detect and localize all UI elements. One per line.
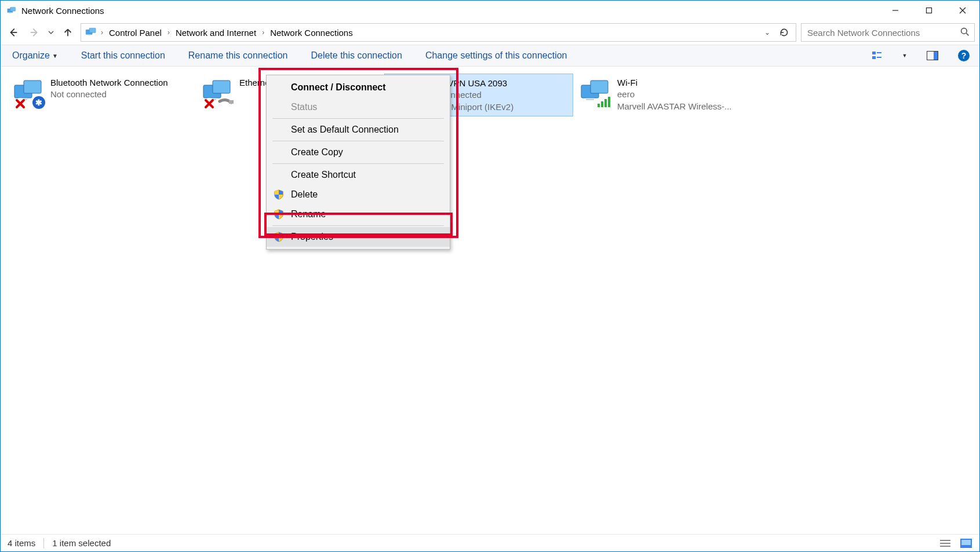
window-frame: Network Connections › Con xyxy=(0,0,980,552)
menu-item-label: Properties xyxy=(291,232,333,242)
nav-recent-button[interactable] xyxy=(47,24,55,41)
svg-rect-14 xyxy=(872,52,876,54)
cmd-delete-connection[interactable]: Delete this connection xyxy=(307,48,405,63)
status-item-count: 4 items xyxy=(8,538,35,548)
breadcrumb-item[interactable]: Network Connections xyxy=(268,27,355,39)
connection-item[interactable]: ✱ Bluetooth Network Connection Not conne… xyxy=(6,74,195,116)
search-icon[interactable] xyxy=(960,27,970,38)
breadcrumb-root-icon xyxy=(85,27,97,39)
nav-back-button[interactable] xyxy=(5,24,21,41)
chevron-right-icon: › xyxy=(167,28,170,36)
item-name: Wi-Fi xyxy=(617,77,732,89)
menu-separator xyxy=(272,163,444,164)
uac-shield-icon xyxy=(272,209,285,220)
nav-bar: › Control Panel › Network and Internet ›… xyxy=(1,20,979,45)
svg-rect-9 xyxy=(927,8,932,13)
help-button[interactable]: ? xyxy=(956,48,971,63)
help-icon: ? xyxy=(958,50,970,61)
cmd-organize[interactable]: Organize ▼ xyxy=(9,48,61,63)
title-bar: Network Connections xyxy=(1,1,979,20)
uac-shield-icon xyxy=(272,232,285,242)
menu-separator xyxy=(272,141,444,141)
cmd-start-connection[interactable]: Start this connection xyxy=(78,48,169,63)
context-menu: Connect / DisconnectStatusSet as Default… xyxy=(266,75,450,250)
nav-up-button[interactable] xyxy=(60,24,76,41)
preview-pane-button[interactable] xyxy=(925,48,940,63)
address-history-chevron[interactable]: ⌄ xyxy=(762,28,773,36)
view-options-chevron[interactable]: ▼ xyxy=(901,48,909,63)
menu-item[interactable]: Set as Default Connection xyxy=(267,120,450,140)
maximize-button[interactable] xyxy=(912,1,946,20)
breadcrumb-item[interactable]: Control Panel xyxy=(107,27,164,39)
close-button[interactable] xyxy=(946,1,979,20)
status-selection: 1 item selected xyxy=(52,538,111,548)
menu-item-label: Create Shortcut xyxy=(291,170,356,180)
items-view: ✱ Bluetooth Network Connection Not conne… xyxy=(1,67,979,123)
app-icon xyxy=(6,5,17,16)
item-device: Marvell AVASTAR Wireless-... xyxy=(617,101,732,112)
svg-rect-22 xyxy=(229,100,234,104)
menu-item[interactable]: Create Shortcut xyxy=(267,165,450,185)
status-bar: 4 items 1 item selected xyxy=(1,534,979,551)
item-status: Not connected xyxy=(50,89,168,100)
uac-shield-icon xyxy=(272,189,285,200)
item-name: Bluetooth Network Connection xyxy=(50,77,168,89)
svg-rect-19 xyxy=(934,52,938,60)
menu-item-label: Status xyxy=(291,102,317,112)
chevron-right-icon: › xyxy=(101,28,103,36)
connection-icon: ✱ xyxy=(11,77,46,109)
large-icons-view-button[interactable] xyxy=(960,538,972,549)
breadcrumb-item[interactable]: Network and Internet xyxy=(173,27,258,39)
content-pane[interactable]: ✱ Bluetooth Network Connection Not conne… xyxy=(1,67,979,534)
menu-item[interactable]: Properties xyxy=(267,227,450,247)
address-bar[interactable]: › Control Panel › Network and Internet ›… xyxy=(81,23,796,42)
cmd-change-settings[interactable]: Change settings of this connection xyxy=(422,48,571,63)
menu-separator xyxy=(272,118,444,119)
svg-rect-15 xyxy=(872,56,876,59)
refresh-button[interactable] xyxy=(776,24,792,41)
svg-rect-30 xyxy=(961,540,971,545)
chevron-right-icon: › xyxy=(262,28,264,36)
nav-forward-button[interactable] xyxy=(26,24,42,41)
details-view-button[interactable] xyxy=(939,538,952,549)
command-bar: Organize ▼ Start this connection Rename … xyxy=(1,45,979,67)
menu-item-label: Set as Default Connection xyxy=(291,125,399,135)
svg-text:✱: ✱ xyxy=(35,98,42,107)
status-separator xyxy=(43,538,44,549)
search-box[interactable] xyxy=(801,23,975,42)
connection-icon xyxy=(578,77,613,109)
svg-point-12 xyxy=(961,28,967,34)
chevron-down-icon: ▼ xyxy=(902,53,908,59)
menu-item[interactable]: Create Copy xyxy=(267,142,450,162)
window-title: Network Connections xyxy=(21,6,104,16)
search-input[interactable] xyxy=(806,27,957,38)
menu-separator xyxy=(272,225,444,226)
minimize-button[interactable] xyxy=(879,1,912,20)
menu-item[interactable]: Connect / Disconnect xyxy=(267,78,450,97)
view-options-button[interactable] xyxy=(869,48,884,63)
cmd-organize-label: Organize xyxy=(12,50,50,61)
cmd-rename-connection[interactable]: Rename this connection xyxy=(185,48,292,63)
menu-item-label: Connect / Disconnect xyxy=(291,82,386,93)
item-status: eero xyxy=(617,89,732,100)
menu-item-label: Rename xyxy=(291,209,326,220)
menu-item-label: Delete xyxy=(291,189,318,200)
menu-item[interactable]: Delete xyxy=(267,185,450,204)
svg-line-13 xyxy=(966,33,968,35)
connection-icon xyxy=(200,77,235,109)
menu-item: Status xyxy=(267,97,450,117)
menu-item[interactable]: Rename xyxy=(267,204,450,224)
connection-item[interactable]: Wi-Fi eero Marvell AVASTAR Wireless-... xyxy=(573,74,762,116)
menu-item-label: Create Copy xyxy=(291,147,343,158)
chevron-down-icon: ▼ xyxy=(52,53,58,59)
